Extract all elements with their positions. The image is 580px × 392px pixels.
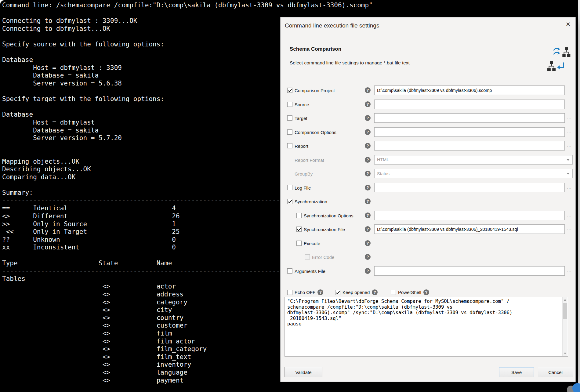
source-label: Source: [295, 102, 309, 107]
row-synchronization-options: Synchronization Options ? ...: [281, 209, 575, 223]
help-icon[interactable]: ?: [365, 185, 371, 191]
chevron-down-icon: [567, 173, 570, 175]
help-icon[interactable]: ?: [317, 289, 323, 295]
scrollbar-thumb[interactable]: [563, 303, 567, 319]
synchronization-file-label: Synchronization File: [304, 227, 345, 232]
report-format-label: Report Format: [295, 158, 324, 163]
comparison-options-label: Comparison Options: [295, 130, 336, 135]
log-file-input[interactable]: [374, 183, 565, 192]
arguments-file-input[interactable]: [374, 266, 565, 276]
target-input[interactable]: [374, 113, 565, 123]
comparison-options-input[interactable]: [374, 127, 565, 137]
row-report-format: Report Format ? HTML: [281, 153, 575, 167]
report-label: Report: [295, 143, 308, 149]
validate-button[interactable]: Validate: [285, 367, 322, 377]
echo-off-label: Echo OFF: [295, 290, 315, 295]
keep-opened-option: Keep opened ?: [335, 289, 378, 295]
echo-off-option: Echo OFF ?: [287, 289, 323, 295]
synchronization-options-label: Synchronization Options: [304, 213, 353, 218]
dialog-description: Select command line file settings to man…: [290, 60, 410, 66]
row-target: Target ? ...: [281, 111, 575, 125]
error-code-checkbox[interactable]: [305, 254, 310, 260]
report-format-select[interactable]: HTML: [374, 155, 573, 165]
scrollbar[interactable]: [562, 297, 567, 356]
help-icon[interactable]: ?: [365, 226, 371, 232]
synchronization-options-checkbox[interactable]: [296, 213, 302, 218]
help-icon[interactable]: ?: [365, 254, 371, 260]
row-synchronization-file: Synchronization File ? ...: [281, 222, 575, 236]
synchronization-file-checkbox[interactable]: [296, 227, 302, 232]
synchronization-options-browse-button[interactable]: ...: [566, 212, 573, 220]
error-code-label: Error Code: [312, 255, 334, 260]
help-icon[interactable]: ?: [365, 171, 371, 176]
command-line-settings-dialog: Command line execution file settings ✕ S…: [280, 17, 576, 382]
source-input[interactable]: [374, 100, 565, 109]
target-label: Target: [295, 116, 307, 121]
powershell-checkbox[interactable]: [391, 290, 396, 295]
synchronization-checkbox[interactable]: [287, 199, 292, 204]
echo-off-checkbox[interactable]: [287, 290, 292, 295]
report-input[interactable]: [374, 141, 565, 151]
help-icon[interactable]: ?: [365, 212, 371, 218]
help-icon[interactable]: ?: [365, 87, 371, 93]
comparison-project-browse-button[interactable]: ...: [566, 87, 573, 94]
app-window: Command line: /schemacompare /compfile:"…: [0, 0, 580, 392]
bat-file-text-content: "C:\Program Files\Devart\dbForge Schema …: [287, 299, 560, 355]
row-synchronization: Synchronization ?: [281, 194, 575, 209]
report-browse-button[interactable]: ...: [566, 142, 573, 150]
groupby-value: Status: [377, 171, 390, 176]
log-file-browse-button[interactable]: ...: [566, 184, 573, 192]
keep-opened-label: Keep opened: [343, 290, 370, 295]
save-button[interactable]: Save: [499, 367, 534, 377]
row-report: Report ? ...: [281, 139, 575, 153]
arguments-file-checkbox[interactable]: [287, 268, 292, 274]
scroll-down-icon[interactable]: [564, 353, 566, 354]
help-icon[interactable]: ?: [423, 289, 429, 295]
bat-options: Echo OFF ? Keep opened ? PowerShell ?: [281, 289, 575, 297]
synchronization-file-browse-button[interactable]: ...: [566, 226, 573, 233]
powershell-label: PowerShell: [398, 290, 421, 295]
scroll-up-icon[interactable]: [564, 299, 566, 301]
report-checkbox[interactable]: [287, 143, 292, 148]
help-icon[interactable]: ?: [365, 240, 371, 246]
help-icon[interactable]: ?: [365, 268, 371, 274]
source-checkbox[interactable]: [287, 102, 292, 107]
help-icon[interactable]: ?: [365, 157, 371, 163]
row-comparison-options: Comparison Options ? ...: [281, 125, 575, 139]
window-edge: [578, 0, 580, 392]
close-icon[interactable]: ✕: [566, 21, 571, 27]
groupby-select[interactable]: Status: [374, 169, 573, 178]
cancel-button[interactable]: Cancel: [538, 367, 573, 377]
bat-file-text[interactable]: "C:\Program Files\Devart\dbForge Schema …: [285, 297, 568, 357]
arguments-file-browse-button[interactable]: ...: [566, 267, 573, 275]
help-icon[interactable]: ?: [365, 198, 371, 204]
row-comparison-project: Comparison Project ? ...: [281, 83, 575, 97]
comparison-project-checkbox[interactable]: [287, 88, 292, 93]
row-error-code: Error Code ?: [281, 250, 575, 264]
comparison-options-checkbox[interactable]: [287, 129, 292, 135]
comparison-options-browse-button[interactable]: ...: [566, 129, 573, 136]
copy-settings-to-source-icon[interactable]: [553, 47, 571, 58]
synchronization-file-input[interactable]: [374, 224, 565, 234]
row-log-file: Log File ? ...: [281, 181, 575, 195]
settings-rows: Comparison Project ? ... Source ? ... Ta…: [281, 83, 575, 278]
help-icon[interactable]: ?: [365, 101, 371, 107]
execute-checkbox[interactable]: [296, 241, 302, 246]
help-icon[interactable]: ?: [365, 129, 371, 135]
help-icon[interactable]: ?: [365, 115, 371, 121]
arguments-file-label: Arguments File: [295, 269, 325, 274]
target-browse-button[interactable]: ...: [566, 114, 573, 122]
target-checkbox[interactable]: [287, 115, 292, 121]
synchronization-options-input[interactable]: [374, 211, 565, 220]
source-browse-button[interactable]: ...: [566, 101, 573, 108]
comparison-project-input[interactable]: [374, 85, 565, 95]
help-icon[interactable]: ?: [365, 143, 371, 149]
report-format-value: HTML: [377, 157, 389, 162]
powershell-option: PowerShell ?: [391, 289, 429, 295]
keep-opened-checkbox[interactable]: [335, 290, 340, 295]
dialog-heading: Schema Comparison: [290, 46, 341, 52]
copy-settings-to-target-icon[interactable]: [546, 61, 565, 72]
help-icon[interactable]: ?: [372, 289, 378, 295]
log-file-checkbox[interactable]: [287, 185, 292, 190]
synchronization-label: Synchronization: [295, 199, 327, 204]
